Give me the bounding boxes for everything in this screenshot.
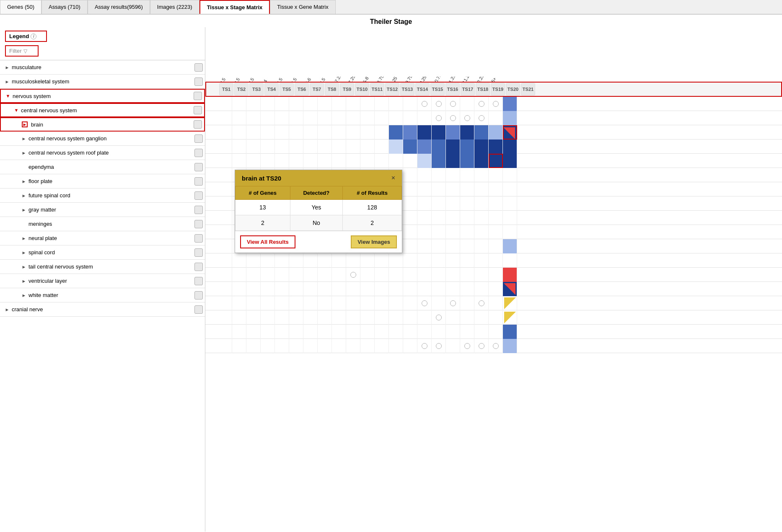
cell-cns-7[interactable]: [303, 139, 318, 154]
cell-ep-17[interactable]: [446, 196, 460, 211]
cell-sc-10[interactable]: [346, 282, 360, 296]
cell-sc-9[interactable]: [332, 282, 346, 296]
cell-ep-18[interactable]: [460, 196, 474, 211]
cell-men-12[interactable]: [375, 253, 389, 268]
cell-tc-16[interactable]: [432, 296, 446, 310]
cell-cr-21[interactable]: [503, 182, 517, 196]
cell-cr-19[interactable]: [474, 182, 489, 196]
cell-sc-13[interactable]: [389, 282, 403, 296]
cell-vl-19[interactable]: [474, 310, 489, 325]
cell-sc-21[interactable]: [503, 282, 517, 296]
cell-cn-21[interactable]: [503, 339, 517, 353]
cell-ns-14[interactable]: [403, 125, 417, 139]
cell-msk-19[interactable]: [474, 111, 489, 125]
cell-ns-1[interactable]: [218, 125, 232, 139]
cell-np-9[interactable]: [332, 268, 346, 282]
cell-cn-3[interactable]: [246, 339, 261, 353]
cell-men-15[interactable]: [417, 253, 432, 268]
cell-fp-14[interactable]: [403, 211, 417, 225]
cell-vl-13[interactable]: [389, 310, 403, 325]
cell-ns-9[interactable]: [332, 125, 346, 139]
cell-men-8[interactable]: [318, 253, 332, 268]
cell-men-7[interactable]: [303, 253, 318, 268]
cell-men-4[interactable]: [261, 253, 275, 268]
cell-np-16[interactable]: [432, 268, 446, 282]
cell-cn-2[interactable]: [232, 339, 246, 353]
cell-men-13[interactable]: [389, 253, 403, 268]
cell-men-21[interactable]: [503, 253, 517, 268]
cell-cn-9[interactable]: [332, 339, 346, 353]
cell-brain-2[interactable]: [232, 154, 246, 168]
cell-vl-8[interactable]: [318, 310, 332, 325]
cell-ns-4[interactable]: [261, 125, 275, 139]
matrix-container[interactable]: E0-2.5 E1-2.5 E1-3.5 E2-4 E3-5.5 E4-5.5 …: [205, 27, 782, 532]
tab-assay-results[interactable]: Assay results(9596): [88, 0, 150, 14]
cell-msk-10[interactable]: [346, 111, 360, 125]
cell-ns-19[interactable]: [474, 125, 489, 139]
cell-vl-20[interactable]: [489, 310, 503, 325]
cell-vl-3[interactable]: [246, 310, 261, 325]
cell-ns-21[interactable]: [503, 125, 517, 139]
cell-wm-9[interactable]: [332, 325, 346, 339]
view-all-results-button[interactable]: View All Results: [240, 235, 295, 248]
cell-ep-14[interactable]: [403, 196, 417, 211]
checkbox-neural-plate[interactable]: [194, 234, 203, 243]
cell-cn-11[interactable]: [360, 339, 375, 353]
cell-cg-17[interactable]: [446, 168, 460, 182]
cell-np-12[interactable]: [375, 268, 389, 282]
cell-ns-18[interactable]: [460, 125, 474, 139]
cell-fp-20[interactable]: [489, 211, 503, 225]
cell-wm-5[interactable]: [275, 325, 289, 339]
cell-wm-4[interactable]: [261, 325, 275, 339]
cell-vl-17[interactable]: [446, 310, 460, 325]
cell-fp-17[interactable]: [446, 211, 460, 225]
ts-header-18[interactable]: TS18: [476, 83, 490, 96]
cell-gm-21[interactable]: [503, 239, 517, 253]
cell-tc-10[interactable]: [346, 296, 360, 310]
cell-cn-14[interactable]: [403, 339, 417, 353]
cell-gm-17[interactable]: [446, 239, 460, 253]
cell-gm-19[interactable]: [474, 239, 489, 253]
cell-cn-1[interactable]: [218, 339, 232, 353]
cell-np-13[interactable]: [389, 268, 403, 282]
cell-cns-5[interactable]: [275, 139, 289, 154]
ts-header-13[interactable]: TS13: [400, 83, 414, 96]
cell-cn-12[interactable]: [375, 339, 389, 353]
cell-wm-18[interactable]: [460, 325, 474, 339]
ts-header-3[interactable]: TS3: [249, 83, 264, 96]
cell-men-17[interactable]: [446, 253, 460, 268]
cell-cns-9[interactable]: [332, 139, 346, 154]
cell-wm-10[interactable]: [346, 325, 360, 339]
cell-wm-8[interactable]: [318, 325, 332, 339]
cell-msk-17[interactable]: [446, 111, 460, 125]
cell-fp-16[interactable]: [432, 211, 446, 225]
cell-cns-14[interactable]: [403, 139, 417, 154]
cell-cn-6[interactable]: [289, 339, 303, 353]
cell-fs-15[interactable]: [417, 225, 432, 239]
cell-fp-21[interactable]: [503, 211, 517, 225]
checkbox-gray-matter[interactable]: [194, 206, 203, 214]
cell-cns-18[interactable]: [460, 139, 474, 154]
cell-vl-12[interactable]: [375, 310, 389, 325]
checkbox-brain[interactable]: [194, 120, 202, 129]
cell-brain-13[interactable]: [389, 154, 403, 168]
cell-wm-17[interactable]: [446, 325, 460, 339]
cell-musc-18[interactable]: [460, 97, 474, 111]
cell-musc-21[interactable]: [503, 97, 517, 111]
cell-cr-15[interactable]: [417, 182, 432, 196]
cell-musc-3[interactable]: [246, 97, 261, 111]
cell-cn-7[interactable]: [303, 339, 318, 353]
cell-cg-21[interactable]: [503, 168, 517, 182]
cell-tc-11[interactable]: [360, 296, 375, 310]
cell-wm-6[interactable]: [289, 325, 303, 339]
cell-cns-16[interactable]: [432, 139, 446, 154]
cell-musc-1[interactable]: [218, 97, 232, 111]
cell-musc-20[interactable]: [489, 97, 503, 111]
cell-vl-4[interactable]: [261, 310, 275, 325]
cell-wm-21[interactable]: [503, 325, 517, 339]
checkbox-floor-plate[interactable]: [194, 177, 203, 186]
cell-vl-11[interactable]: [360, 310, 375, 325]
cell-musc-13[interactable]: [389, 97, 403, 111]
cell-msk-15[interactable]: [417, 111, 432, 125]
cell-tc-14[interactable]: [403, 296, 417, 310]
